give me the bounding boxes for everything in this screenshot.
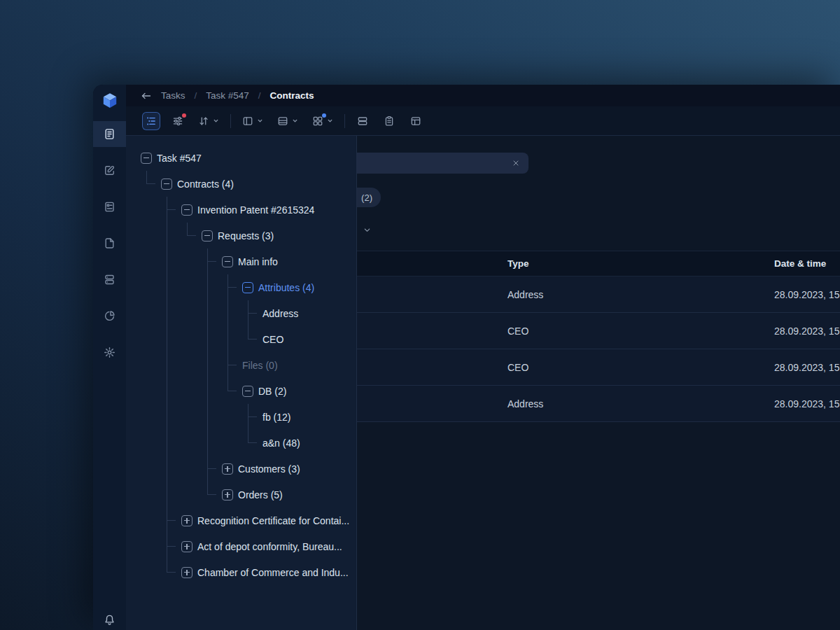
tree-node-row[interactable]: Address	[262, 300, 298, 326]
layout-left-button[interactable]	[239, 112, 266, 130]
tree-node-label: Contracts (4)	[177, 178, 234, 190]
tree-node-row[interactable]: Recognition Certificate for Contai...	[181, 507, 349, 533]
tree-node-row[interactable]: Chamber of Commerce and Indu...	[181, 559, 349, 585]
contracts-tree: Task #547Contracts (4)Invention Patent #…	[126, 136, 356, 585]
layout-rows-button[interactable]	[274, 112, 301, 130]
notification-dot	[182, 113, 186, 118]
filter-button[interactable]	[169, 112, 187, 130]
breadcrumb-items: Tasks/Task #547/Contracts	[161, 90, 314, 101]
tree-node-label: Chamber of Commerce and Indu...	[197, 567, 349, 578]
clear-search-button[interactable]	[510, 158, 522, 169]
tree-node-label: Requests (3)	[218, 230, 274, 241]
collapse-toggle-icon[interactable]	[202, 230, 213, 241]
breadcrumb-item[interactable]: Tasks	[161, 90, 186, 101]
tree-node-row[interactable]: Invention Patent #2615324	[181, 197, 314, 223]
type-cell: CEO	[507, 326, 774, 337]
chevron-down-icon	[363, 225, 372, 234]
datetime-cell: 28.09.2023, 15:	[774, 362, 840, 373]
nav-database-button[interactable]	[93, 267, 126, 293]
table-row[interactable]: Address28.09.2023, 15:	[357, 386, 840, 422]
toolbar-separator	[230, 114, 231, 128]
type-cell: Address	[507, 289, 774, 300]
tree-node: Orders (5)	[222, 482, 356, 507]
type-cell: Address	[507, 398, 774, 410]
expand-toggle-icon[interactable]	[181, 567, 192, 578]
tree-node-row[interactable]: Act of depot conformity, Bureau...	[181, 533, 342, 559]
table-row[interactable]: CEO28.09.2023, 15:	[357, 313, 840, 349]
nav-files-button[interactable]	[93, 230, 126, 256]
body: Task #547Contracts (4)Invention Patent #…	[126, 136, 840, 630]
tree-node: Invention Patent #2615324Requests (3)Mai…	[181, 197, 356, 507]
panel-rows-icon	[277, 115, 288, 127]
tree-node-row[interactable]: Orders (5)	[222, 482, 283, 507]
tree-children: Attributes (4)AddressCEOFiles (0)DB (2)f…	[242, 274, 356, 456]
arrow-left-icon	[141, 90, 152, 102]
collapse-toggle-icon[interactable]	[242, 282, 253, 293]
doc-edit-icon	[104, 164, 115, 176]
notifications-button[interactable]	[104, 614, 115, 626]
breadcrumb-item[interactable]: Task #547	[206, 90, 249, 101]
expand-toggle-icon[interactable]	[222, 489, 233, 500]
tree-node: Task #547Contracts (4)Invention Patent #…	[141, 145, 356, 585]
tree-node-row[interactable]: fb (12)	[262, 404, 290, 430]
datetime-cell: 28.09.2023, 15:	[774, 398, 840, 410]
app-logo[interactable]	[101, 92, 119, 110]
tree-node: Main infoAttributes (4)AddressCEOFiles (…	[222, 248, 356, 456]
sort-button[interactable]	[195, 112, 222, 130]
filter-chip[interactable]: (2)	[357, 188, 381, 207]
tree-children: fb (12)a&n (48)	[262, 404, 356, 456]
tree-node-row[interactable]: Customers (3)	[222, 456, 300, 482]
table-row[interactable]: CEO28.09.2023, 15:	[357, 349, 840, 386]
breadcrumb-separator: /	[258, 90, 261, 101]
expand-toggle-icon[interactable]	[181, 541, 192, 552]
collapse-toggle-icon[interactable]	[161, 178, 172, 190]
tree-node-row[interactable]: Contracts (4)	[161, 171, 234, 197]
tree-node: Contracts (4)Invention Patent #2615324Re…	[161, 171, 356, 585]
datetime-cell: 28.09.2023, 15:	[774, 289, 840, 300]
tree-node-row[interactable]: Requests (3)	[202, 223, 274, 248]
column-header-datetime: Date & time	[774, 258, 840, 269]
table-header: TypeDate & time	[357, 251, 840, 276]
breadcrumb-item: Contracts	[270, 90, 314, 101]
tree-node-row[interactable]: DB (2)	[242, 378, 286, 404]
widgets-button[interactable]	[309, 112, 336, 130]
cards-button[interactable]	[354, 112, 372, 130]
search-input[interactable]	[357, 153, 528, 174]
expand-toggle-icon[interactable]	[181, 515, 192, 526]
nav-settings-button[interactable]	[93, 340, 126, 365]
section-collapse-button[interactable]	[363, 225, 372, 234]
back-button[interactable]	[141, 90, 152, 102]
pie-chart-icon	[104, 310, 115, 322]
grid-widgets-icon	[312, 115, 323, 127]
collapse-toggle-icon[interactable]	[222, 256, 233, 267]
tree-node-row[interactable]: a&n (48)	[262, 430, 300, 456]
nav-edit-docs-button[interactable]	[93, 158, 126, 183]
tree-node-row[interactable]: Files (0)	[242, 352, 278, 378]
tree-node-row[interactable]: Task #547	[141, 145, 202, 171]
collapse-toggle-icon[interactable]	[141, 153, 152, 164]
clipboard-button[interactable]	[380, 112, 398, 130]
breadcrumb-separator: /	[195, 90, 197, 101]
table-button[interactable]	[407, 112, 425, 130]
tree-node: Act of depot conformity, Bureau...	[181, 533, 356, 559]
tree-node: Chamber of Commerce and Indu...	[181, 559, 356, 585]
nav-forms-button[interactable]	[93, 194, 126, 220]
tree-node-row[interactable]: Attributes (4)	[242, 274, 314, 300]
tree-node-label: Orders (5)	[238, 489, 283, 500]
tree-node: Requests (3)Main infoAttributes (4)Addre…	[202, 223, 356, 507]
tree-children: Main infoAttributes (4)AddressCEOFiles (…	[222, 248, 356, 507]
sort-arrows-icon	[198, 115, 209, 127]
collapse-toggle-icon[interactable]	[181, 204, 192, 216]
tree-node-row[interactable]: CEO	[262, 326, 284, 352]
table-row[interactable]: Address28.09.2023, 15:	[357, 276, 840, 313]
expand-toggle-icon[interactable]	[222, 463, 233, 475]
cube-logo	[101, 92, 119, 110]
tree-node-row[interactable]: Main info	[222, 248, 278, 274]
collapse-toggle-icon[interactable]	[242, 386, 253, 397]
tree-view-button[interactable]	[142, 112, 160, 130]
table-body: Address28.09.2023, 15:CEO28.09.2023, 15:…	[357, 276, 840, 422]
nav-contracts-button[interactable]	[93, 121, 126, 147]
close-x-icon	[512, 159, 520, 167]
nav-reports-button[interactable]	[93, 303, 126, 329]
clipboard-icon	[384, 115, 395, 127]
